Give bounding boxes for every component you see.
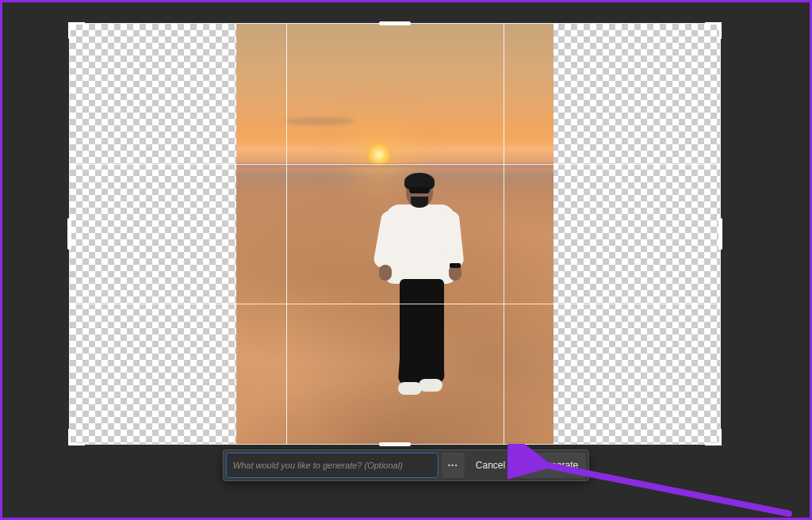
generate-button-label: Generate bbox=[538, 460, 578, 471]
crop-grid-line bbox=[70, 304, 720, 304]
crop-handle-right[interactable] bbox=[718, 218, 722, 250]
crop-grid-line bbox=[504, 24, 504, 444]
crop-handle-top-left[interactable] bbox=[68, 22, 85, 39]
image-content bbox=[236, 24, 553, 444]
generate-icon bbox=[524, 459, 534, 472]
crop-canvas[interactable] bbox=[70, 24, 720, 444]
crop-handle-bottom[interactable] bbox=[379, 442, 411, 446]
generate-button[interactable]: Generate bbox=[516, 453, 586, 478]
generative-fill-toolbar: ··· Cancel Generate bbox=[223, 449, 589, 481]
more-options-button[interactable]: ··· bbox=[442, 453, 465, 478]
prompt-input[interactable] bbox=[226, 453, 439, 478]
crop-handle-bottom-left[interactable] bbox=[68, 429, 85, 445]
crop-handle-top-right[interactable] bbox=[705, 22, 722, 39]
svg-point-1 bbox=[531, 461, 533, 462]
crop-handle-bottom-right[interactable] bbox=[705, 429, 722, 445]
crop-handle-top[interactable] bbox=[379, 21, 411, 25]
cancel-button[interactable]: Cancel bbox=[468, 453, 513, 478]
crop-grid-line bbox=[286, 24, 287, 444]
crop-grid-line bbox=[70, 164, 720, 165]
crop-handle-left[interactable] bbox=[67, 218, 71, 250]
